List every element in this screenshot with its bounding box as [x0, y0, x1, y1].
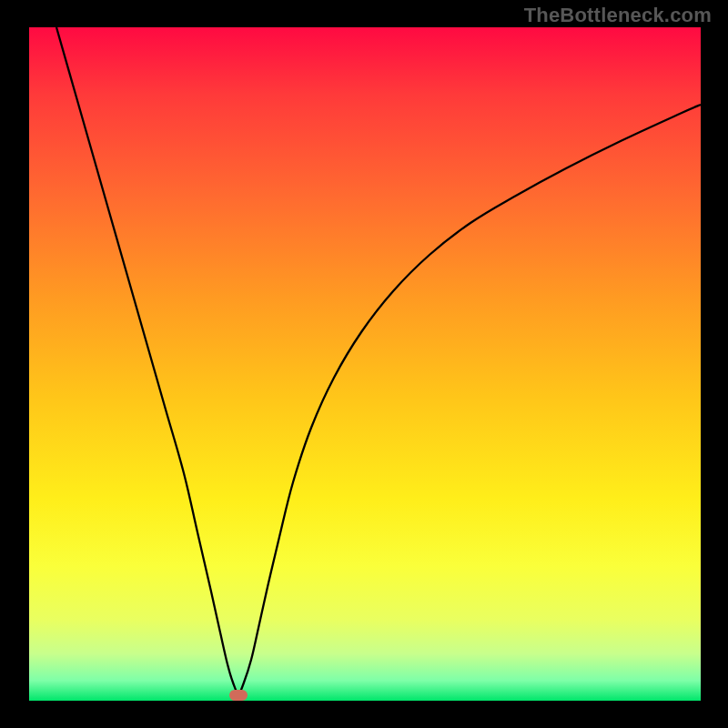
watermark-text: TheBottleneck.com — [524, 4, 712, 27]
chart-plot-area — [29, 27, 701, 701]
curve-svg — [29, 27, 701, 701]
bottleneck-curve — [56, 27, 701, 693]
optimal-marker — [229, 690, 248, 701]
